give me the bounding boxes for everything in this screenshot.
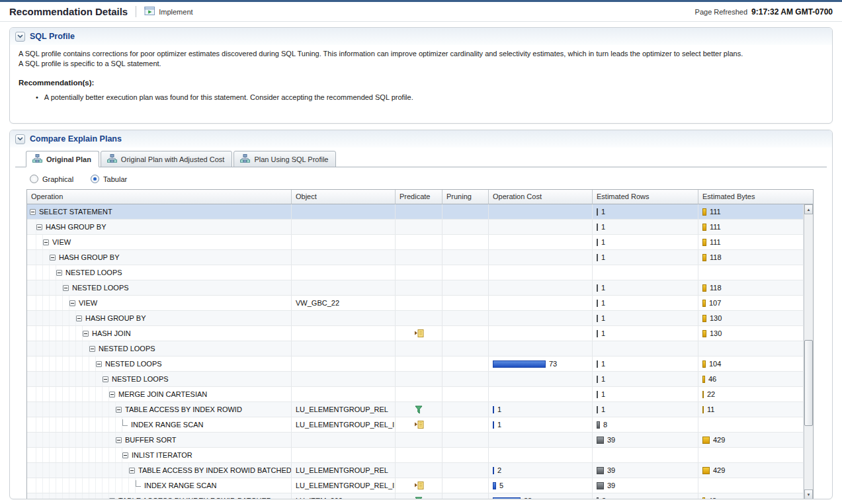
indent-guide [69, 463, 76, 478]
collapse-toggle-icon[interactable] [43, 239, 49, 245]
table-row[interactable]: SELECT STATEMENT1111 [27, 204, 804, 220]
indent-guide [83, 341, 89, 356]
indent-guide [83, 463, 89, 478]
indent-guide [83, 478, 89, 493]
collapse-section-icon[interactable] [15, 134, 25, 144]
collapse-toggle-icon[interactable] [76, 315, 82, 321]
radio-selected-icon[interactable] [91, 175, 99, 183]
indent-guide [43, 250, 50, 265]
operation-cost-cell [489, 296, 593, 310]
table-row[interactable]: VIEW1111 [27, 235, 804, 250]
object-cell: LU_ELEMENTGROUP_REL [292, 463, 396, 478]
collapse-toggle-icon[interactable] [96, 361, 102, 367]
table-row[interactable]: NESTED LOOPS [27, 265, 804, 280]
collapse-toggle-icon[interactable] [109, 498, 115, 500]
estimated-rows-cell: 39 [593, 463, 698, 478]
table-row[interactable]: INLIST ITERATOR [27, 448, 804, 463]
radio-label: Tabular [103, 175, 127, 183]
collapse-toggle-icon[interactable] [129, 468, 135, 474]
tab-original-plan[interactable]: Original Plan [26, 151, 99, 167]
bytes-bar [702, 330, 706, 337]
collapse-toggle-icon[interactable] [116, 437, 122, 443]
collapse-toggle-icon[interactable] [30, 209, 36, 215]
cost-value: 73 [549, 360, 557, 368]
collapse-toggle-icon[interactable] [122, 452, 128, 458]
scroll-down-icon[interactable]: ▼ [804, 489, 813, 499]
table-row[interactable]: VIEWVW_GBC_221107 [27, 296, 804, 311]
estimated-bytes-cell: 118 [698, 250, 804, 265]
scroll-thumb[interactable] [804, 340, 813, 426]
table-row[interactable]: INDEX RANGE SCANLU_ELEMENTGROUP_REL_IDX1… [27, 417, 804, 433]
table-row[interactable]: NESTED LOOPS [27, 341, 804, 357]
collapse-toggle-icon[interactable] [109, 392, 115, 398]
tab-label: Original Plan with Adjusted Cost [121, 155, 225, 163]
pruning-cell [442, 372, 489, 386]
table-row[interactable]: HASH GROUP BY1130 [27, 311, 804, 326]
collapse-toggle-icon[interactable] [69, 300, 75, 306]
indent-guide [43, 265, 50, 280]
table-row[interactable]: NESTED LOOPS146 [27, 372, 804, 387]
collapse-toggle-icon[interactable] [116, 407, 122, 413]
indent-guide [63, 387, 69, 401]
indent-guide [63, 372, 69, 386]
implement-button[interactable]: Implement [144, 6, 192, 17]
minus-glyph [91, 349, 94, 349]
collapse-toggle-icon[interactable] [36, 224, 42, 230]
rows-value: 1 [601, 284, 605, 292]
table-row[interactable]: MERGE JOIN CARTESIAN122 [27, 387, 804, 402]
collapse-toggle-icon[interactable] [56, 270, 62, 276]
radio-tabular[interactable]: Tabular [91, 175, 127, 183]
table-row[interactable]: HASH JOIN1130 [27, 326, 804, 341]
operation-cost-cell [489, 280, 593, 295]
table-row[interactable]: TABLE ACCESS BY INDEX ROWIDLU_ELEMENTGRO… [27, 402, 804, 417]
predicate-cell [396, 448, 442, 462]
table-row[interactable]: TABLE ACCESS BY INDEX ROWID BATCHEDLU_IT… [27, 493, 804, 499]
minus-glyph [71, 303, 74, 304]
pruning-cell [442, 235, 489, 249]
cost-bar [493, 406, 494, 413]
table-row[interactable]: NESTED LOOPS731104 [27, 357, 804, 372]
indent-guide [89, 372, 96, 386]
rows-bar [597, 254, 598, 261]
table-row[interactable]: NESTED LOOPS1118 [27, 280, 804, 296]
operation-cell: MERGE JOIN CARTESIAN [27, 387, 292, 401]
bytes-value: 429 [713, 436, 725, 444]
indent-guide [89, 463, 96, 478]
indent-guide [50, 493, 56, 499]
operation-label: BUFFER SORT [125, 436, 176, 444]
estimated-rows-cell: 1 [593, 402, 698, 417]
collapse-toggle-icon[interactable] [103, 376, 108, 382]
collapse-section-icon[interactable] [15, 32, 25, 42]
table-row[interactable]: BUFFER SORT39429 [27, 433, 804, 448]
operation-cell: SELECT STATEMENT [27, 204, 292, 219]
indent-guide [63, 311, 69, 325]
table-row[interactable]: HASH GROUP BY1111 [27, 220, 804, 235]
table-row[interactable]: INDEX RANGE SCANLU_ELEMENTGROUP_REL_IDX1… [27, 478, 804, 493]
predicate-note-icon [414, 329, 424, 337]
rows-value: 1 [601, 314, 605, 322]
object-cell: LU_ELEMENTGROUP_REL_IDX1 [292, 478, 396, 493]
page-refreshed-time: 9:17:32 AM GMT-0700 [751, 7, 833, 17]
operation-cost-cell [489, 448, 593, 462]
rows-value: 1 [601, 390, 605, 398]
table-scrollbar[interactable]: ▲ ▼ [804, 204, 813, 499]
table-row[interactable]: TABLE ACCESS BY INDEX ROWID BATCHEDLU_EL… [27, 463, 804, 478]
indent-guide [83, 448, 89, 462]
estimated-bytes-cell: 11 [698, 402, 804, 417]
indent-guide [36, 280, 43, 295]
indent-guide [96, 493, 103, 499]
indent-guide [109, 478, 116, 493]
indent-guide [30, 296, 36, 310]
tab-original-plan-adjusted-cost[interactable]: Original Plan with Adjusted Cost [101, 151, 233, 167]
radio-icon[interactable] [30, 175, 38, 183]
operation-cell: HASH GROUP BY [27, 220, 292, 234]
collapse-toggle-icon[interactable] [63, 285, 69, 291]
radio-graphical[interactable]: Graphical [30, 175, 73, 183]
tab-plan-using-sql-profile[interactable]: Plan Using SQL Profile [233, 151, 336, 167]
table-row[interactable]: HASH GROUP BY1118 [27, 250, 804, 265]
indent-guide [69, 402, 76, 417]
collapse-toggle-icon[interactable] [89, 346, 95, 352]
collapse-toggle-icon[interactable] [83, 331, 89, 337]
scroll-up-icon[interactable]: ▲ [804, 204, 813, 214]
collapse-toggle-icon[interactable] [50, 255, 56, 261]
